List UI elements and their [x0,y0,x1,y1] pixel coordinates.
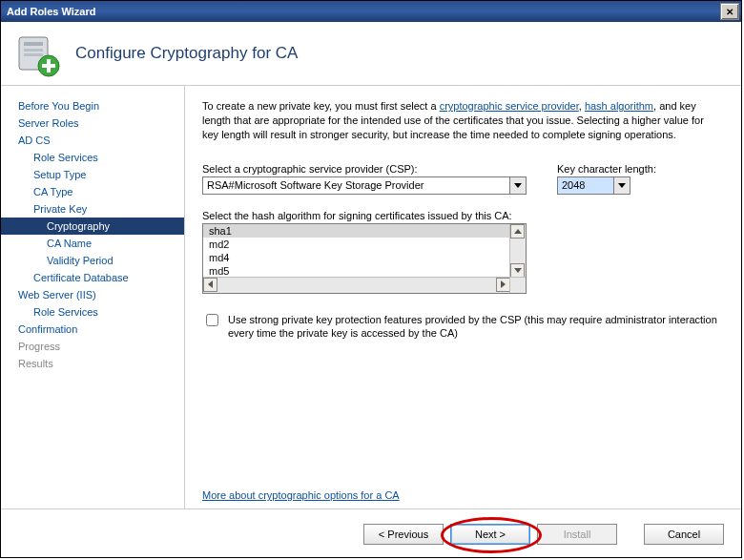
hash-option[interactable]: md2 [203,238,510,251]
cancel-button[interactable]: Cancel [644,524,724,545]
sidebar-step: Results [1,355,184,372]
scroll-left-button[interactable] [203,278,217,292]
chevron-right-icon [501,280,506,288]
body: Before You BeginServer RolesAD CSRole Se… [1,86,741,508]
sidebar-step[interactable]: Private Key [1,200,184,218]
sidebar-step[interactable]: Role Services [1,303,184,321]
scroll-up-button[interactable] [510,224,525,239]
scroll-down-button[interactable] [510,263,525,278]
hash-option[interactable]: md4 [203,251,510,264]
sidebar-step[interactable]: Server Roles [1,114,184,132]
csp-label: Select a cryptographic service provider … [202,163,527,175]
keylen-dropdown-button[interactable] [614,176,630,195]
chevron-up-icon [514,229,522,234]
hash-option[interactable]: sha1 [203,224,510,238]
scroll-corner [509,277,526,293]
previous-button[interactable]: < Previous [363,524,444,545]
sidebar-step[interactable]: Certificate Database [1,269,184,286]
learn-more-link[interactable]: More about cryptographic options for a C… [202,489,400,501]
window-title: Add Roles Wizard [7,6,95,17]
svg-rect-1 [24,42,43,46]
sidebar-step[interactable]: Confirmation [1,321,184,338]
wizard-icon [14,30,62,77]
sidebar-step: Progress [1,338,184,355]
sidebar-step[interactable]: CA Name [1,235,184,252]
chevron-down-icon [514,268,522,273]
csp-dropdown-button[interactable] [510,176,527,195]
sidebar-step[interactable]: Setup Type [1,166,184,183]
titlebar: Add Roles Wizard ✕ [1,1,741,22]
sidebar-step[interactable]: CA Type [1,183,184,200]
strong-protection-label: Use strong private key protection featur… [228,313,722,342]
hash-option[interactable]: md5 [203,264,510,278]
sidebar-step[interactable]: Role Services [1,149,184,166]
hash-listbox[interactable]: sha1md2md4md5 [202,223,527,294]
link-csp[interactable]: cryptographic service provider [440,100,579,112]
hash-label: Select the hash algorithm for signing ce… [202,210,722,221]
keylen-select[interactable] [557,176,656,195]
svg-rect-3 [24,53,43,56]
sidebar-step[interactable]: Cryptography [1,218,184,235]
chevron-left-icon [208,280,213,288]
svg-rect-6 [42,64,55,68]
strong-protection-checkbox[interactable] [206,314,218,326]
sidebar-step[interactable]: AD CS [1,132,184,149]
chevron-down-icon [514,183,522,188]
sidebar-step[interactable]: Validity Period [1,252,184,269]
csp-select[interactable] [202,176,527,195]
close-icon: ✕ [726,7,734,17]
scroll-right-button[interactable] [496,278,510,292]
sidebar-step[interactable]: Before You Begin [1,97,184,114]
wizard-window: Add Roles Wizard ✕ Configure Cryptograph… [0,0,742,558]
horizontal-scrollbar[interactable] [203,277,510,293]
header: Configure Cryptography for CA [1,22,741,86]
keylen-value[interactable] [557,176,614,195]
next-button[interactable]: Next > [450,524,530,545]
chevron-down-icon [618,183,626,188]
sidebar-step[interactable]: Web Server (IIS) [1,286,184,303]
close-button[interactable]: ✕ [720,3,739,20]
svg-rect-2 [24,49,43,52]
csp-value[interactable] [202,176,510,195]
keylen-label: Key character length: [557,163,656,175]
sidebar: Before You BeginServer RolesAD CSRole Se… [1,86,185,508]
vertical-scrollbar[interactable] [509,224,526,278]
link-hash[interactable]: hash algorithm [585,100,653,112]
footer: < Previous Next > Install Cancel [1,508,741,558]
intro-text: To create a new private key, you must fi… [202,99,722,142]
page-title: Configure Cryptography for CA [75,44,298,63]
install-button: Install [537,524,617,545]
content: To create a new private key, you must fi… [185,86,741,508]
